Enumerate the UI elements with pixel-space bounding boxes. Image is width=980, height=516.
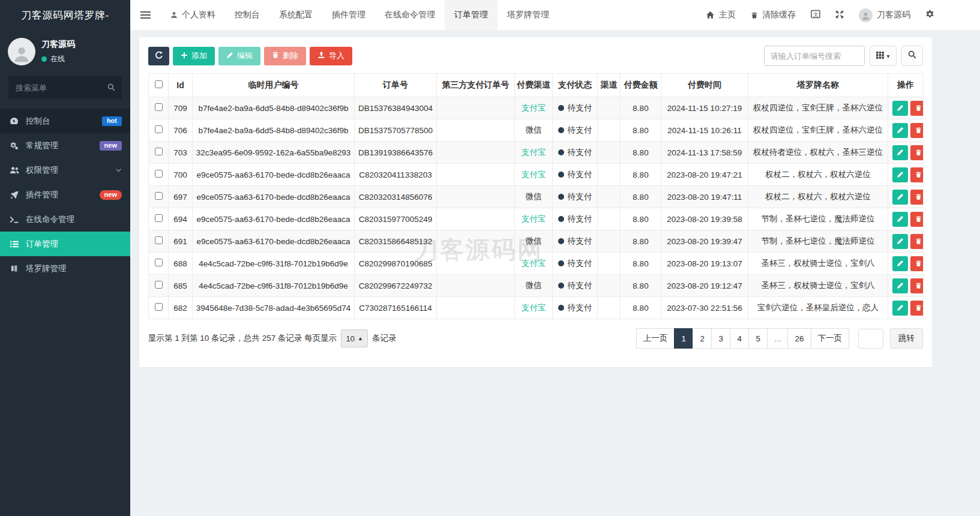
row-checkbox[interactable] [155,281,163,289]
row-delete-button[interactable] [910,301,924,316]
row-delete-button[interactable] [910,190,924,205]
row-edit-button[interactable] [892,278,908,293]
nav-tab-label: 控制台 [235,10,260,20]
row-edit-button[interactable] [892,101,908,116]
sidebar-item-3[interactable]: 插件管理new [0,182,130,207]
row-checkbox[interactable] [155,192,163,200]
row-checkbox[interactable] [155,125,163,133]
pay-channel: 微信 [526,125,542,134]
nav-tab-5[interactable]: 订单管理 [445,0,498,30]
sidebar-item-4[interactable]: 在线命令管理 [0,207,130,232]
table-cell: b7fe4ae2-ba9a-6dd5-84b8-d89402c36f9b [193,97,355,119]
page-button-2[interactable]: 2 [693,328,712,349]
page-button-3[interactable]: 3 [711,328,730,349]
sidebar-toggle-button[interactable] [130,11,161,19]
table-cell: 32c3ea95-6e09-9592-162a-6a55ba9e8293 [193,142,355,164]
upload-icon [317,51,325,61]
page-button-26[interactable]: 26 [787,328,811,349]
row-checkbox[interactable] [155,236,163,244]
sidebar-item-0[interactable]: 控制台hot [0,109,130,133]
content-area: 添加 编辑 删除 导入 ▾ Id临时用户编号订单号第三方支付订单号付费渠道支付状… [130,30,980,516]
row-delete-button[interactable] [910,234,924,249]
row-edit-button[interactable] [892,167,908,182]
caret-up-icon: ▲ [358,335,363,341]
status-badge: 待支付 [558,214,592,224]
nav-tab-0[interactable]: 个人资料 [161,0,225,30]
page-button-1[interactable]: 1 [674,328,693,349]
column-header: 渠道 [598,74,621,97]
row-delete-button[interactable] [910,123,924,138]
refresh-button[interactable] [148,47,169,65]
row-delete-button[interactable] [910,278,924,293]
table-cell: 圣杯三，权杖骑士逆位，宝剑八 [748,275,888,297]
row-edit-button[interactable] [892,145,908,160]
nav-tab-3[interactable]: 插件管理 [322,0,375,30]
status-badge: 待支付 [558,125,592,136]
grid-icon [876,50,884,61]
table-cell: 2024-11-15 10:27:19 [661,97,748,119]
home-link[interactable]: 主页 [706,10,736,20]
columns-dropdown-button[interactable]: ▾ [870,46,897,66]
prev-page-button[interactable]: 上一页 [636,328,675,349]
row-edit-button[interactable] [892,212,908,227]
row-checkbox[interactable] [155,259,163,266]
row-edit-button[interactable] [892,301,908,316]
jump-button[interactable]: 跳转 [890,328,923,349]
row-checkbox[interactable] [155,148,163,155]
search-button[interactable] [901,46,923,66]
menu-search-input[interactable] [8,76,122,99]
row-edit-button[interactable] [892,234,908,249]
row-edit-button[interactable] [892,256,908,271]
sidebar-item-1[interactable]: 常规管理new [0,133,130,158]
page-button-4[interactable]: 4 [730,328,749,349]
row-delete-button[interactable] [910,145,924,160]
next-page-button[interactable]: 下一页 [811,328,850,349]
table-cell [598,186,621,208]
row-delete-button[interactable] [910,212,924,227]
clear-cache-link[interactable]: 清除缓存 [751,10,796,20]
sidebar-item-label: 插件管理 [26,190,58,200]
jump-page-input[interactable] [858,329,883,349]
column-header: 付费时间 [661,74,748,97]
table-cell: C730287165166114 [355,297,437,319]
pay-channel: 微信 [526,236,542,245]
row-checkbox[interactable] [155,103,163,111]
user-menu[interactable]: 刀客源码 [859,8,910,22]
table-row: 694e9ce0575-aa63-6170-bede-dcd8b26eaacaC… [149,208,924,230]
page-button-5[interactable]: 5 [748,328,768,349]
order-search-input[interactable] [764,46,865,66]
person-icon [13,45,31,65]
table-cell [598,208,621,230]
edit-button[interactable]: 编辑 [218,47,260,65]
sidebar-item-5[interactable]: 订单管理 [0,232,130,256]
nav-tab-2[interactable]: 系统配置 [269,0,322,30]
table-cell: 706 [169,119,193,142]
table-cell [888,164,924,186]
nav-tab-6[interactable]: 塔罗牌管理 [498,0,559,30]
row-checkbox[interactable] [155,214,163,222]
status-badge: 待支付 [558,258,592,269]
table-cell: 待支付 [553,142,598,164]
fullscreen-button[interactable] [835,10,844,20]
settings-button[interactable] [925,10,934,20]
sidebar-item-2[interactable]: 权限管理 [0,158,130,182]
sidebar-item-6[interactable]: 塔罗牌管理 [0,256,130,281]
page-size-dropdown[interactable]: 10▲ [341,329,368,347]
row-edit-button[interactable] [892,123,908,138]
row-delete-button[interactable] [910,256,924,271]
status-dot-icon [558,172,564,178]
delete-button[interactable]: 删除 [264,47,306,65]
row-delete-button[interactable] [910,167,924,182]
row-edit-button[interactable] [892,190,908,205]
nav-tab-1[interactable]: 控制台 [225,0,269,30]
table-cell [598,230,621,253]
language-button[interactable]: 文 [811,10,820,20]
row-checkbox[interactable] [155,170,163,178]
select-all-checkbox[interactable] [155,80,163,88]
import-button[interactable]: 导入 [310,47,352,65]
row-delete-button[interactable] [910,101,924,116]
add-button[interactable]: 添加 [173,47,215,65]
nav-tab-4[interactable]: 在线命令管理 [375,0,445,30]
row-checkbox[interactable] [155,303,163,311]
nav-tab-label: 插件管理 [332,10,365,20]
